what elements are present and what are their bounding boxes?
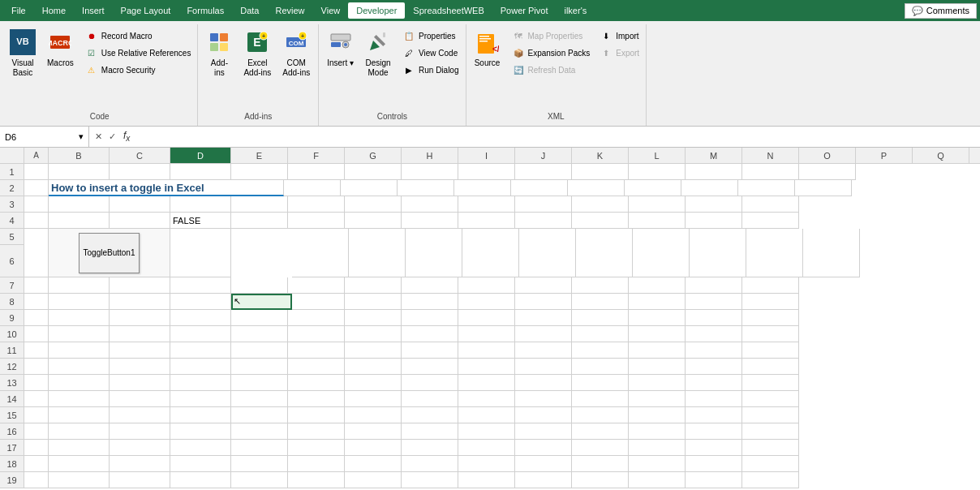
cell-j13[interactable] xyxy=(515,375,572,391)
cell-f56[interactable] xyxy=(349,229,406,277)
cell-f16[interactable] xyxy=(288,423,345,440)
name-box[interactable]: D6 ▾ xyxy=(0,127,89,147)
cell-c8[interactable] xyxy=(110,294,170,310)
col-header-n[interactable]: N xyxy=(742,148,799,164)
cell-c15[interactable] xyxy=(110,407,170,423)
col-header-k[interactable]: K xyxy=(572,148,629,164)
cell-j56[interactable] xyxy=(576,229,633,277)
cell-c9[interactable] xyxy=(110,310,170,326)
refresh-data-button[interactable]: 🔄 Refresh Data xyxy=(509,62,594,78)
cell-n1[interactable] xyxy=(742,164,799,180)
cell-m7[interactable] xyxy=(686,277,742,294)
cell-l19[interactable] xyxy=(629,472,686,488)
cell-e7[interactable] xyxy=(231,277,288,294)
cell-a4[interactable] xyxy=(24,213,49,229)
cell-n8[interactable] xyxy=(742,294,799,310)
cell-l56[interactable] xyxy=(690,229,746,277)
macro-security-button[interactable]: ⚠ Macro Security xyxy=(82,62,195,78)
toggle-button[interactable]: ToggleButton1 xyxy=(79,233,140,273)
cell-n4[interactable] xyxy=(742,213,799,229)
col-header-c[interactable]: C xyxy=(110,148,170,164)
cell-d13[interactable] xyxy=(170,375,231,391)
cell-m18[interactable] xyxy=(686,456,742,472)
cell-l17[interactable] xyxy=(629,440,686,456)
cell-n12[interactable] xyxy=(742,359,799,375)
cell-g10[interactable] xyxy=(345,326,402,342)
cell-a19[interactable] xyxy=(24,472,49,488)
visual-basic-button[interactable]: VB VisualBasic xyxy=(5,26,41,88)
cell-n2[interactable] xyxy=(795,180,852,196)
cell-f3[interactable] xyxy=(288,196,345,213)
cell-n11[interactable] xyxy=(742,342,799,359)
cell-d19[interactable] xyxy=(170,472,231,488)
cell-n3[interactable] xyxy=(742,196,799,213)
cell-e12[interactable] xyxy=(231,359,288,375)
cell-d3[interactable] xyxy=(170,196,231,213)
cell-b8[interactable] xyxy=(49,294,110,310)
cell-m9[interactable] xyxy=(686,310,742,326)
cell-j9[interactable] xyxy=(515,310,572,326)
cell-m13[interactable] xyxy=(686,375,742,391)
cell-h11[interactable] xyxy=(402,342,458,359)
col-header-o[interactable]: O xyxy=(799,148,856,164)
cell-e10[interactable] xyxy=(231,326,288,342)
col-header-i[interactable]: I xyxy=(458,148,515,164)
expansion-packs-button[interactable]: 📦 Expansion Packs xyxy=(509,45,594,61)
cell-f18[interactable] xyxy=(288,456,345,472)
cell-e3[interactable] xyxy=(231,196,288,213)
cell-g15[interactable] xyxy=(345,407,402,423)
cell-i7[interactable] xyxy=(458,277,515,294)
cell-h3[interactable] xyxy=(402,196,458,213)
cell-f8[interactable] xyxy=(288,294,345,310)
cell-k10[interactable] xyxy=(572,326,629,342)
cell-l13[interactable] xyxy=(629,375,686,391)
cell-j7[interactable] xyxy=(515,277,572,294)
cell-f7[interactable] xyxy=(288,277,345,294)
menu-view[interactable]: View xyxy=(313,2,349,19)
cell-g7[interactable] xyxy=(345,277,402,294)
cell-a17[interactable] xyxy=(24,440,49,456)
cell-a12[interactable] xyxy=(24,359,49,375)
cell-i2[interactable] xyxy=(511,180,568,196)
cell-k1[interactable] xyxy=(572,164,629,180)
cell-n7[interactable] xyxy=(742,277,799,294)
cell-h9[interactable] xyxy=(402,310,458,326)
cell-i3[interactable] xyxy=(458,196,515,213)
cell-n10[interactable] xyxy=(742,326,799,342)
cell-l15[interactable] xyxy=(629,407,686,423)
cell-k2[interactable] xyxy=(625,180,681,196)
menu-insert[interactable]: Insert xyxy=(74,2,113,19)
cell-m15[interactable] xyxy=(686,407,742,423)
cell-i17[interactable] xyxy=(458,440,515,456)
cell-f1[interactable] xyxy=(288,164,345,180)
cell-j8[interactable] xyxy=(515,294,572,310)
cell-i4[interactable] xyxy=(458,213,515,229)
cell-a11[interactable] xyxy=(24,342,49,359)
cell-g19[interactable] xyxy=(345,472,402,488)
cell-e19[interactable] xyxy=(231,472,288,488)
cell-c13[interactable] xyxy=(110,375,170,391)
cell-e11[interactable] xyxy=(231,342,288,359)
cell-g2[interactable] xyxy=(398,180,454,196)
cell-g4[interactable] xyxy=(345,213,402,229)
cell-d16[interactable] xyxy=(170,423,231,440)
col-header-g[interactable]: G xyxy=(345,148,402,164)
cell-g17[interactable] xyxy=(345,440,402,456)
cell-l8[interactable] xyxy=(629,294,686,310)
cell-b17[interactable] xyxy=(49,440,110,456)
cell-a16[interactable] xyxy=(24,423,49,440)
cell-e16[interactable] xyxy=(231,423,288,440)
col-header-m[interactable]: M xyxy=(686,148,742,164)
menu-ilkers[interactable]: ilker's xyxy=(556,2,595,19)
cell-k15[interactable] xyxy=(572,407,629,423)
cell-f9[interactable] xyxy=(288,310,345,326)
cell-b9[interactable] xyxy=(49,310,110,326)
col-header-e[interactable]: E xyxy=(231,148,288,164)
cell-h10[interactable] xyxy=(402,326,458,342)
macros-button[interactable]: MACRO Macros xyxy=(42,26,79,88)
cell-i56[interactable] xyxy=(519,229,576,277)
name-box-arrow[interactable]: ▾ xyxy=(79,131,84,142)
cell-k9[interactable] xyxy=(572,310,629,326)
cell-b3[interactable] xyxy=(49,196,110,213)
cell-h1[interactable] xyxy=(402,164,458,180)
